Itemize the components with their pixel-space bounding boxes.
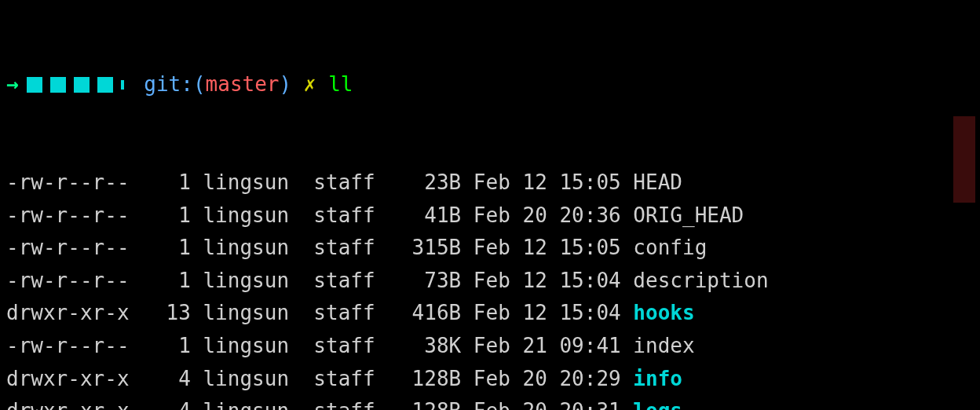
link-count: 13 [141,297,203,330]
list-row: -rw-r--r-- 1 lingsun staff 38K Feb 21 09… [6,330,974,363]
permissions: drwxr-xr-x [6,297,141,330]
date: Feb 21 09:41 [474,330,634,363]
date: Feb 12 15:04 [474,265,634,298]
filename: index [633,330,694,363]
permissions: -rw-r--r-- [6,167,141,200]
filename: ORIG_HEAD [633,200,744,232]
permissions: -rw-r--r-- [6,330,141,363]
permissions: -rw-r--r-- [6,265,141,298]
owner: lingsun [203,363,301,396]
owner: lingsun [203,297,301,330]
prompt-line: → git: ( master ) ✗ ll [6,68,974,101]
date: Feb 20 20:31 [474,395,634,410]
owner: lingsun [203,265,301,298]
permissions: drwxr-xr-x [6,363,141,396]
group: staff [302,297,388,330]
link-count: 4 [141,363,203,396]
link-count: 1 [141,265,203,298]
filename: HEAD [633,167,682,200]
size: 38K [387,330,474,363]
permissions: -rw-r--r-- [6,200,141,232]
group: staff [302,167,388,200]
owner: lingsun [203,167,301,200]
link-count: 1 [141,232,203,265]
permissions: -rw-r--r-- [6,232,141,265]
square-icon [50,77,66,93]
date: Feb 12 15:04 [474,297,634,330]
prompt-arrow-icon: → [6,68,19,101]
group: staff [302,363,388,396]
size: 128B [387,395,474,410]
list-row: -rw-r--r-- 1 lingsun staff 73B Feb 12 15… [6,265,974,298]
size: 23B [387,167,474,200]
owner: lingsun [203,232,301,265]
date: Feb 12 15:05 [474,232,634,265]
filename: info [633,363,682,396]
square-icon [121,80,124,90]
date: Feb 20 20:36 [474,200,634,232]
group: staff [302,232,388,265]
size: 41B [387,200,474,232]
list-row: drwxr-xr-x 4 lingsun staff 128B Feb 20 2… [6,395,974,410]
size: 416B [387,297,474,330]
filename: hooks [633,297,694,330]
square-icon [27,77,42,93]
command: ll [328,68,353,101]
group: staff [302,395,388,410]
size: 128B [387,363,474,396]
paren-close: ) [280,68,292,101]
terminal-output[interactable]: → git: ( master ) ✗ ll -rw-r--r-- 1 ling… [0,0,980,410]
list-row: -rw-r--r-- 1 lingsun staff 315B Feb 12 1… [6,232,974,265]
paren-open: ( [193,68,206,101]
size: 73B [387,265,474,298]
date: Feb 20 20:29 [474,363,634,396]
group: staff [302,200,388,232]
list-row: -rw-r--r-- 1 lingsun staff 41B Feb 20 20… [6,200,974,232]
link-count: 1 [141,167,203,200]
file-listing: -rw-r--r-- 1 lingsun staff 23B Feb 12 15… [6,167,974,410]
link-count: 4 [141,395,203,410]
filename: logs [633,395,682,410]
link-count: 1 [141,200,203,232]
dirty-flag-icon: ✗ [304,68,316,101]
permissions: drwxr-xr-x [6,395,141,410]
date: Feb 12 15:05 [474,167,634,200]
filename: config [633,232,707,265]
square-icon [97,77,113,93]
scrollbar-marker [953,116,975,203]
prompt-path-icons [27,77,124,93]
size: 315B [387,232,474,265]
list-row: -rw-r--r-- 1 lingsun staff 23B Feb 12 15… [6,167,974,200]
group: staff [302,265,388,298]
owner: lingsun [203,200,301,232]
group: staff [302,330,388,363]
git-branch: master [206,68,280,101]
git-label: git: [144,68,193,101]
filename: description [633,265,768,298]
link-count: 1 [141,330,203,363]
owner: lingsun [203,395,301,410]
square-icon [74,77,90,93]
list-row: drwxr-xr-x 13 lingsun staff 416B Feb 12 … [6,297,974,330]
owner: lingsun [203,330,301,363]
list-row: drwxr-xr-x 4 lingsun staff 128B Feb 20 2… [6,363,974,396]
